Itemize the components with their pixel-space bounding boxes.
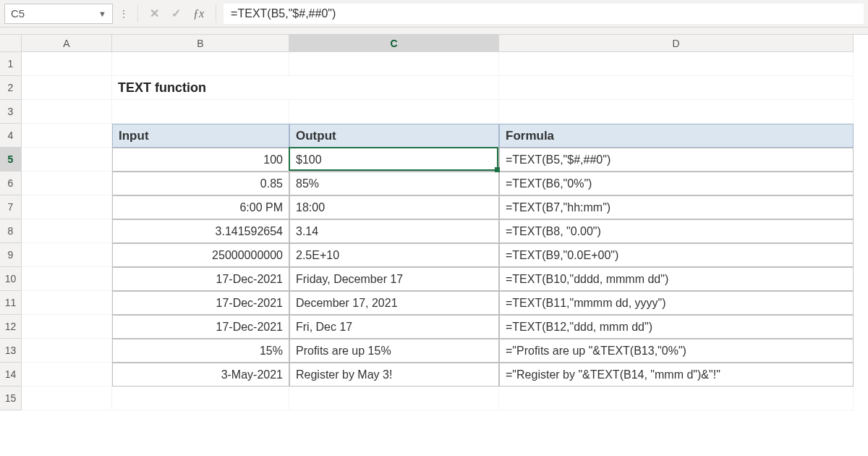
cell-D6[interactable]: =TEXT(B6,"0%")	[499, 172, 854, 195]
cell-D3[interactable]	[499, 100, 854, 124]
cell-C12[interactable]: Fri, Dec 17	[289, 315, 499, 339]
cell-C4[interactable]: Output	[289, 124, 499, 148]
cell-A3[interactable]	[22, 100, 112, 124]
row-header-1[interactable]: 1	[0, 52, 22, 76]
row-header-14[interactable]: 14	[0, 363, 22, 387]
name-box-value: C5	[11, 7, 25, 20]
row-header-9[interactable]: 9	[0, 243, 22, 267]
cell-B11[interactable]: 17-Dec-2021	[112, 291, 289, 315]
cell-C13[interactable]: Profits are up 15%	[289, 339, 499, 363]
cell-C8[interactable]: 3.14	[289, 219, 499, 243]
cell-C15[interactable]	[289, 387, 499, 410]
spreadsheet-grid[interactable]: ABCD12TEXT function34InputOutputFormula5…	[0, 35, 868, 410]
cell-D8[interactable]: =TEXT(B8, "0.00")	[499, 219, 854, 243]
cell-D4[interactable]: Formula	[499, 124, 854, 148]
cell-D2[interactable]	[499, 76, 854, 100]
cell-A15[interactable]	[22, 387, 112, 410]
cell-B4[interactable]: Input	[112, 124, 289, 148]
cell-B12[interactable]: 17-Dec-2021	[112, 315, 289, 339]
cell-C2[interactable]	[289, 76, 499, 100]
cell-B13[interactable]: 15%	[112, 339, 289, 363]
cell-A11[interactable]	[22, 291, 112, 315]
row-header-5[interactable]: 5	[0, 148, 22, 172]
cell-C14[interactable]: Register by May 3!	[289, 363, 499, 387]
name-box[interactable]: C5 ▼	[4, 4, 113, 24]
cell-A7[interactable]	[22, 195, 112, 219]
name-box-dropdown-icon[interactable]: ▼	[98, 9, 106, 18]
cell-A5[interactable]	[22, 148, 112, 172]
cell-B2[interactable]: TEXT function	[112, 76, 289, 100]
row-header-3[interactable]: 3	[0, 100, 22, 124]
cell-A4[interactable]	[22, 124, 112, 148]
row-header-12[interactable]: 12	[0, 315, 22, 339]
row-header-8[interactable]: 8	[0, 219, 22, 243]
cell-D1[interactable]	[499, 52, 854, 76]
column-header-C[interactable]: C	[289, 35, 499, 52]
cell-A12[interactable]	[22, 315, 112, 339]
confirm-button[interactable]: ✓	[167, 5, 184, 22]
cell-D9[interactable]: =TEXT(B9,"0.0E+00")	[499, 243, 854, 267]
row-header-11[interactable]: 11	[0, 291, 22, 315]
cell-D5[interactable]: =TEXT(B5,"$#,##0")	[499, 148, 854, 172]
row-header-10[interactable]: 10	[0, 267, 22, 291]
cell-C5[interactable]: $100	[289, 148, 499, 172]
fx-button[interactable]: ƒx	[189, 7, 208, 20]
row-header-13[interactable]: 13	[0, 339, 22, 363]
cell-B7[interactable]: 6:00 PM	[112, 195, 289, 219]
cell-A1[interactable]	[22, 52, 112, 76]
cell-A13[interactable]	[22, 339, 112, 363]
cell-B15[interactable]	[112, 387, 289, 410]
column-header-D[interactable]: D	[499, 35, 854, 52]
row-header-6[interactable]: 6	[0, 172, 22, 195]
divider	[137, 5, 138, 22]
cell-D7[interactable]: =TEXT(B7,"hh:mm")	[499, 195, 854, 219]
cell-C10[interactable]: Friday, December 17	[289, 267, 499, 291]
cell-A8[interactable]	[22, 219, 112, 243]
cell-C6[interactable]: 85%	[289, 172, 499, 195]
cell-C9[interactable]: 2.5E+10	[289, 243, 499, 267]
page-title: TEXT function	[118, 80, 206, 96]
cell-B5[interactable]: 100	[112, 148, 289, 172]
cell-D10[interactable]: =TEXT(B10,"dddd, mmmm dd")	[499, 267, 854, 291]
cell-B10[interactable]: 17-Dec-2021	[112, 267, 289, 291]
divider	[216, 5, 216, 22]
expand-icon[interactable]: ⋮	[117, 8, 130, 20]
cell-C3[interactable]	[289, 100, 499, 124]
row-header-2[interactable]: 2	[0, 76, 22, 100]
cell-A2[interactable]	[22, 76, 112, 100]
cell-B3[interactable]	[112, 100, 289, 124]
column-header-A[interactable]: A	[22, 35, 112, 52]
formula-bar: C5 ▼ ⋮ ✕ ✓ ƒx =TEXT(B5,"$#,##0")	[0, 0, 868, 28]
cell-C11[interactable]: December 17, 2021	[289, 291, 499, 315]
cell-C7[interactable]: 18:00	[289, 195, 499, 219]
cell-D14[interactable]: ="Register by "&TEXT(B14, "mmm d")&"!"	[499, 363, 854, 387]
row-header-4[interactable]: 4	[0, 124, 22, 148]
column-header-B[interactable]: B	[112, 35, 289, 52]
cell-B6[interactable]: 0.85	[112, 172, 289, 195]
cancel-button[interactable]: ✕	[145, 5, 163, 22]
header-strip	[0, 28, 868, 35]
x-icon: ✕	[150, 7, 159, 20]
row-header-15[interactable]: 15	[0, 387, 22, 410]
formula-input[interactable]: =TEXT(B5,"$#,##0")	[224, 4, 864, 24]
cell-D12[interactable]: =TEXT(B12,"ddd, mmm dd")	[499, 315, 854, 339]
cell-D11[interactable]: =TEXT(B11,"mmmm dd, yyyy")	[499, 291, 854, 315]
cell-A14[interactable]	[22, 363, 112, 387]
cell-A9[interactable]	[22, 243, 112, 267]
cell-B14[interactable]: 3-May-2021	[112, 363, 289, 387]
cell-D13[interactable]: ="Profits are up "&TEXT(B13,"0%")	[499, 339, 854, 363]
cell-A10[interactable]	[22, 267, 112, 291]
cell-D15[interactable]	[499, 387, 854, 410]
cell-B9[interactable]: 25000000000	[112, 243, 289, 267]
select-all-corner[interactable]	[0, 35, 22, 52]
check-icon: ✓	[171, 7, 181, 20]
formula-text: =TEXT(B5,"$#,##0")	[231, 7, 336, 20]
cell-C1[interactable]	[289, 52, 499, 76]
cell-A6[interactable]	[22, 172, 112, 195]
row-header-7[interactable]: 7	[0, 195, 22, 219]
cell-B1[interactable]	[112, 52, 289, 76]
cell-B8[interactable]: 3.141592654	[112, 219, 289, 243]
